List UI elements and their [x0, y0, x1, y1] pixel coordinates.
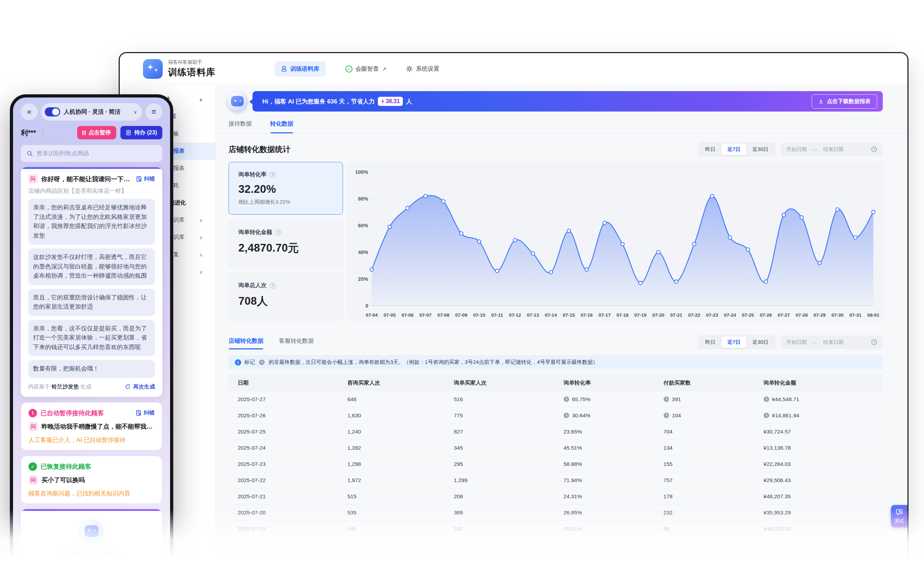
- table-row: 2025-07-2764651665.75%391¥44,548.71: [228, 391, 883, 407]
- stats-column: 询单转化率?32.20%相比上周期增长3.22%询单转化金额?2,4870.70…: [228, 162, 343, 321]
- pause-button[interactable]: 点击暂停: [77, 126, 116, 139]
- svg-text:07-25: 07-25: [742, 313, 754, 318]
- column-header: 付款买家数: [663, 379, 764, 387]
- range-button-近7日[interactable]: 近7日: [722, 144, 747, 155]
- ai-toggle[interactable]: [45, 107, 60, 117]
- phone-screen: « 人机协同 · 灵活 · 简洁 ∨ ≡ 利*** 点击暂停: [13, 97, 170, 563]
- help-icon: ?: [270, 172, 276, 178]
- svg-text:07-29: 07-29: [813, 313, 825, 318]
- stat-card-2[interactable]: 询单转化金额?2,4870.70元: [228, 220, 343, 268]
- nav-item-1[interactable]: 训练语料库: [274, 61, 326, 77]
- todo-button[interactable]: 待办 (23): [120, 126, 162, 139]
- table-tab-店铺转化数据[interactable]: 店铺转化数据: [228, 337, 263, 349]
- paused-title: 已自动暂停接待此顾客: [40, 409, 132, 417]
- clock-icon: [764, 396, 770, 402]
- external-link-icon: ↗: [382, 66, 387, 72]
- range-button-昨日[interactable]: 昨日: [699, 144, 722, 155]
- robot-avatar-icon: [227, 91, 248, 112]
- test-float-button[interactable]: 测试: [891, 505, 908, 527]
- range-button-近30日[interactable]: 近30日: [747, 144, 774, 155]
- top-nav: 训练语料库✓会眼智查↗系统设置: [274, 61, 439, 77]
- table-row: 2025-07-221,9721,29971.94%757¥29,506.43: [228, 472, 883, 488]
- gear-icon: [406, 66, 413, 72]
- svg-text:07-12: 07-12: [509, 313, 521, 318]
- range-button-近30日[interactable]: 近30日: [747, 336, 774, 348]
- svg-text:08-01: 08-01: [867, 313, 880, 318]
- shield-check-icon: ✓: [345, 66, 352, 72]
- svg-text:07-06: 07-06: [401, 313, 413, 318]
- quick-range-segmented: 昨日近7日近30日: [698, 142, 776, 157]
- collapse-button[interactable]: «: [21, 103, 38, 120]
- help-icon: ?: [270, 283, 276, 289]
- chevron-up-icon: ∧: [199, 217, 203, 223]
- svg-text:100%: 100%: [355, 169, 368, 175]
- correct-link[interactable]: 纠错: [136, 175, 155, 183]
- svg-text:07-16: 07-16: [580, 313, 592, 318]
- product-name: 铃兰沙发垫: [51, 383, 79, 389]
- paused-alert-card: ! 已自动暂停接待此顾客 纠错: [21, 402, 162, 451]
- svg-text:07-28: 07-28: [795, 313, 808, 318]
- svg-text:07-09: 07-09: [455, 313, 467, 318]
- svg-text:07-27: 07-27: [778, 313, 790, 318]
- nav-item-2[interactable]: ✓会眼智查↗: [345, 65, 387, 73]
- paused-note: 人工客服已介入，AI 已自动暂停接待: [28, 436, 154, 444]
- banner-text-suffix: 人: [406, 97, 412, 106]
- tab-接待数据[interactable]: 接待数据: [228, 120, 252, 133]
- chevron-down-icon: ∨: [199, 269, 203, 275]
- svg-text:07-31: 07-31: [849, 313, 862, 318]
- service-banner: Hi，福客 AI 已为您服务 636 天，节省人力 38.31 人 点击下载数据…: [252, 91, 883, 112]
- column-header: 询单转化金额: [764, 379, 883, 387]
- mode-selector[interactable]: 人机协同 · 灵活 · 简洁 ∨: [41, 103, 142, 121]
- correct-link[interactable]: 纠错: [136, 409, 154, 416]
- customer-name: 利***: [21, 128, 36, 138]
- generated-from: 内容基于 铃兰沙发垫 生成: [28, 383, 91, 391]
- svg-text:07-05: 07-05: [384, 313, 396, 318]
- resumed-title: 已恢复接待此顾客: [40, 463, 154, 471]
- app-header: 福客AI客服助手 训练语料库 训练语料库✓会眼智查↗系统设置: [120, 53, 908, 85]
- focus-product-search[interactable]: 暂未识别到焦点商品: [21, 145, 162, 162]
- range-button-昨日[interactable]: 昨日: [699, 336, 722, 348]
- tab-转化数据[interactable]: 转化数据: [270, 120, 293, 133]
- svg-text:07-14: 07-14: [545, 313, 557, 318]
- data-tabs: 接待数据转化数据: [216, 120, 908, 133]
- date-range-picker[interactable]: 开始日期—结束日期: [781, 335, 883, 349]
- svg-text:0: 0: [366, 303, 368, 308]
- phone-header: « 人机协同 · 灵活 · 简洁 ∨ ≡: [21, 103, 162, 121]
- nav-item-3[interactable]: 系统设置: [406, 65, 439, 73]
- area-chart-svg: 100%80%60%40%20%007-0407-0507-0607-0707-…: [350, 166, 880, 322]
- stat-card-3[interactable]: 询单总人次?708人: [228, 273, 343, 321]
- ai-answer-bubble: 而且，它的双重防滑设计确保了稳固性，让您的家居生活更加舒适: [28, 289, 155, 316]
- chevron-down-icon: ∨: [134, 109, 137, 115]
- svg-text:07-24: 07-24: [724, 313, 736, 318]
- range-button-近7日[interactable]: 近7日: [722, 336, 747, 348]
- chevron-up-icon: ∧: [199, 235, 203, 240]
- stat-value: 708人: [238, 294, 333, 308]
- table-row: 2025-07-261,63077530.64%104¥14,861.94: [228, 407, 883, 424]
- start-date-field: 开始日期: [786, 339, 807, 346]
- end-date-field: 结束日期: [823, 146, 844, 153]
- svg-text:07-08: 07-08: [437, 313, 450, 318]
- search-icon: [26, 150, 33, 157]
- search-placeholder: 暂未识别到焦点商品: [37, 150, 89, 157]
- stat-card-1[interactable]: 询单转化率?32.20%相比上周期增长3.22%: [228, 162, 343, 215]
- date-range-picker[interactable]: 开始日期—结束日期: [781, 142, 883, 156]
- ai-answer-bubble: 亲亲，您看，这不仅仅是提前买，而是为了打造一个完美家居体验，一起买更划算，省下来…: [28, 320, 155, 356]
- service-banner-row: Hi，福客 AI 已为您服务 636 天，节省人力 38.31 人 点击下载数据…: [227, 91, 883, 112]
- divider: [42, 129, 43, 136]
- banner-text: Hi，福客 AI 已为您服务 636 天，节省人力: [262, 97, 375, 106]
- question-badge: 问: [28, 475, 38, 485]
- menu-button[interactable]: ≡: [146, 103, 162, 120]
- download-report-button[interactable]: 点击下载数据报表: [812, 94, 877, 109]
- table-row: 2025-07-1924518220.61%66¥46,020.10: [228, 521, 883, 537]
- paused-question: 昨晚活动我手稍微慢了点，能不能帮我申...: [42, 422, 154, 431]
- table-tab-客服转化数据[interactable]: 客服转化数据: [279, 337, 314, 349]
- mode-label: 人机协同 · 灵活 · 简洁: [64, 108, 120, 116]
- qa-card: 问 你好呀，能不能让我请问一下，... 纠错 店铺内商品区: [21, 167, 162, 397]
- regenerate-button[interactable]: 再次生成: [125, 383, 155, 391]
- svg-text:07-19: 07-19: [634, 313, 646, 318]
- ai-answer-bubble: 这款沙发垫不仅好打理，高密透气，而且它的墨色深沉与留白轻盈，能够很好地与您的桌布…: [28, 249, 155, 285]
- chat-search-icon: [896, 508, 903, 516]
- pause-icon: [82, 130, 86, 135]
- table-row: 2025-07-2053538926.85%232¥35,953.29: [228, 505, 883, 521]
- page-title: 训练语料库: [168, 66, 216, 78]
